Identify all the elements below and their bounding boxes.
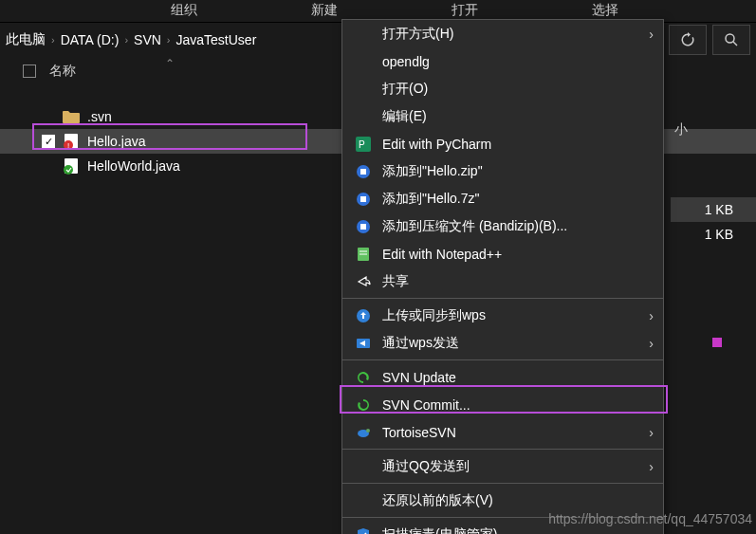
menu-qq-send[interactable]: 通过QQ发送到› bbox=[342, 452, 663, 480]
menu-svn-commit[interactable]: SVN Commit... bbox=[342, 391, 663, 418]
folder-icon bbox=[63, 108, 80, 125]
svg-line-1 bbox=[733, 42, 737, 46]
svg-text:!: ! bbox=[67, 141, 69, 150]
crumb-drive[interactable]: DATA (D:) bbox=[61, 32, 120, 47]
cloud-upload-icon bbox=[354, 306, 373, 325]
menu-tortoisesvn[interactable]: TortoiseSVN› bbox=[342, 418, 663, 446]
crumb-root[interactable]: 此电脑 bbox=[6, 31, 46, 48]
chevron-right-icon: › bbox=[649, 425, 654, 440]
archive-icon bbox=[354, 190, 373, 209]
menu-add-bandizip[interactable]: 添加到压缩文件 (Bandizip)(B)... bbox=[342, 212, 663, 240]
chevron-right-icon: › bbox=[649, 308, 654, 323]
tortoise-icon bbox=[354, 423, 373, 442]
chevron-right-icon: › bbox=[649, 336, 654, 351]
size-value: 1 KB bbox=[671, 222, 756, 247]
svg-point-0 bbox=[726, 34, 734, 43]
archive-icon bbox=[354, 162, 373, 181]
chevron-right-icon: › bbox=[124, 34, 128, 46]
checkbox-checked[interactable]: ✓ bbox=[42, 135, 55, 148]
file-name: .svn bbox=[87, 109, 112, 124]
size-value: 1 KB bbox=[671, 197, 756, 222]
file-name: Hello.java bbox=[87, 134, 145, 149]
notepad-icon bbox=[354, 245, 373, 264]
checkbox-placeholder bbox=[42, 110, 55, 123]
menu-separator bbox=[342, 359, 663, 360]
svn-update-icon bbox=[354, 368, 373, 387]
java-normal-icon bbox=[63, 157, 80, 175]
menu-edit[interactable]: 编辑(E) bbox=[342, 102, 663, 130]
menu-wps-send[interactable]: 通过wps发送› bbox=[342, 329, 663, 357]
share-icon bbox=[354, 272, 373, 291]
crumb-folder1[interactable]: SVN bbox=[134, 32, 161, 47]
menu-open[interactable]: 打开(O) bbox=[342, 75, 663, 102]
chevron-right-icon: › bbox=[167, 34, 171, 46]
column-name-label: 名称 bbox=[49, 63, 76, 80]
menu-pycharm[interactable]: PEdit with PyCharm bbox=[342, 130, 663, 157]
menu-share[interactable]: 共享 bbox=[342, 267, 663, 295]
crumb-folder2[interactable]: JavaTestUser bbox=[176, 32, 257, 47]
svg-point-21 bbox=[366, 429, 370, 433]
checkbox-placeholder bbox=[42, 159, 55, 173]
menu-open-with[interactable]: 打开方式(H)› bbox=[342, 20, 663, 47]
menu-add-7z[interactable]: 添加到"Hello.7z" bbox=[342, 185, 663, 212]
svn-commit-icon bbox=[354, 396, 373, 414]
chevron-right-icon: › bbox=[649, 27, 654, 42]
chevron-right-icon: › bbox=[649, 459, 654, 474]
refresh-button[interactable] bbox=[669, 25, 707, 55]
chevron-right-icon: › bbox=[51, 34, 55, 46]
tab-organize[interactable]: 组织 bbox=[0, 0, 254, 22]
search-button[interactable] bbox=[712, 25, 750, 55]
shield-icon bbox=[354, 525, 373, 535]
decorative-square bbox=[712, 338, 722, 347]
svg-rect-14 bbox=[360, 224, 366, 230]
sort-ascending-icon: ⌃ bbox=[165, 57, 175, 70]
svg-rect-12 bbox=[360, 196, 366, 202]
size-column: 小 1 KB 1 KB bbox=[671, 116, 756, 247]
menu-separator bbox=[342, 483, 663, 484]
watermark: https://blog.csdn.net/qq_44757034 bbox=[548, 511, 752, 526]
java-modified-icon: ! bbox=[63, 133, 80, 150]
menu-separator bbox=[342, 449, 663, 450]
svg-point-6 bbox=[64, 165, 73, 175]
menu-opendlg[interactable]: opendlg bbox=[342, 47, 663, 75]
select-all-checkbox[interactable] bbox=[23, 64, 36, 78]
svg-text:P: P bbox=[359, 139, 365, 150]
context-menu: 打开方式(H)› opendlg 打开(O) 编辑(E) PEdit with … bbox=[341, 19, 664, 534]
menu-notepad[interactable]: Edit with Notepad++ bbox=[342, 240, 663, 267]
menu-svn-update[interactable]: SVN Update bbox=[342, 363, 663, 391]
menu-restore[interactable]: 还原以前的版本(V) bbox=[342, 487, 663, 514]
column-size-label[interactable]: 小 bbox=[671, 116, 756, 144]
pycharm-icon: P bbox=[354, 135, 373, 154]
menu-wps-upload[interactable]: 上传或同步到wps› bbox=[342, 302, 663, 329]
menu-add-zip[interactable]: 添加到"Hello.zip" bbox=[342, 157, 663, 185]
svg-rect-10 bbox=[360, 169, 366, 175]
file-name: HelloWorld.java bbox=[87, 158, 180, 174]
send-icon bbox=[354, 334, 373, 353]
menu-separator bbox=[342, 298, 663, 299]
archive-icon bbox=[354, 217, 373, 236]
